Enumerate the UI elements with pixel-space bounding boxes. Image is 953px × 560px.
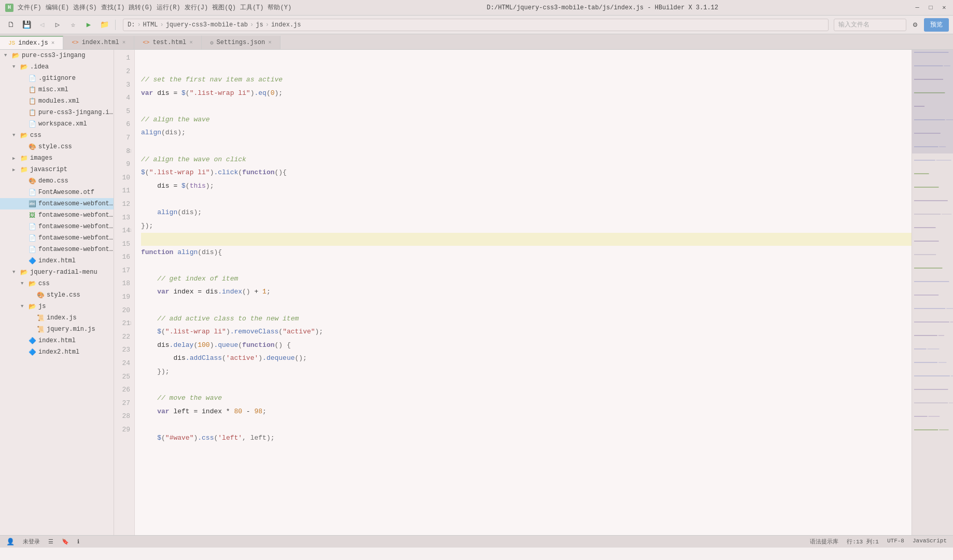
tree-item[interactable]: ▼📂pure-css3-jingang [0,50,114,61]
menu-help[interactable]: 帮助(Y) [268,3,291,12]
menu-select[interactable]: 选择(S) [73,3,97,12]
tree-item[interactable]: 🔷index.html [0,335,114,346]
file-name: pure-css3-jingang.iml [38,109,114,116]
tree-item[interactable]: 📄fontawesome-webfont.woff2 [0,244,114,255]
tree-item[interactable]: 📋pure-css3-jingang.iml [0,107,114,118]
line-number: 29 [114,424,130,437]
tree-item[interactable]: 🎨demo.css [0,175,114,187]
tree-item[interactable]: 🎨style.css [0,289,114,301]
menu-run[interactable]: 运行(R) [157,3,180,12]
punct-token: (); [295,353,307,364]
code-line: function align(dis){ [141,246,912,259]
tree-item[interactable]: 🔷index2.html [0,346,114,358]
menu-tools[interactable]: 工具(T) [240,3,264,12]
preview-button[interactable]: 预览 [924,18,949,32]
line-number: 25 [114,370,130,384]
punct-token: ( [186,181,190,192]
menu-edit[interactable]: 编辑(E) [46,3,69,12]
file-name: images [30,155,114,162]
menu-view[interactable]: 视图(Q) [212,3,236,12]
keyword-token: function [141,247,173,258]
tab-settings-json[interactable]: ⚙ Settings.json × [202,36,281,49]
tree-item[interactable]: ▼📂css [0,278,114,289]
menu-find[interactable]: 查找(I) [101,3,125,12]
file-name: fontawesome-webfont.woff [38,234,114,242]
tab-test-html[interactable]: <> test.html × [134,36,202,49]
method-token: .removeClass [230,327,279,338]
tree-item[interactable]: ▼📂js [0,301,114,312]
code-line: $(".list-wrap li").click(function(){ [141,166,912,180]
file-name: index2.html [38,348,114,356]
tree-item[interactable]: 📄fontawesome-webfont.woff [0,232,114,244]
tree-item[interactable]: ▶📁images [0,152,114,164]
title-text: D:/HTML/jquery-css3-mobile-tab/js/index.… [487,4,718,11]
fold-icon[interactable]: □ [114,320,131,327]
fold-icon[interactable]: □ [114,227,131,234]
tree-item[interactable]: ▶📁javascript [0,164,114,175]
tree-item[interactable]: 📄fontawesome-webfont.ttf [0,221,114,232]
code-editor[interactable]: 12345678□91011121314□15161718192021□2223… [114,50,912,535]
tab-close-index-js[interactable]: × [51,40,55,46]
tree-item[interactable]: 📜index.js [0,312,114,324]
language: JavaScript [913,538,947,545]
tree-item[interactable]: 📋misc.xml [0,84,114,95]
tree-item[interactable]: 📄workspace.xml [0,118,114,130]
tab-index-html[interactable]: <> index.html × [63,36,134,49]
plain-token: dis [141,353,186,364]
file-name: fontawesome-webfont.svg [38,212,114,219]
line-number: 15 [114,237,130,251]
menu-file[interactable]: 文件(F) [18,3,41,12]
close-button[interactable]: ✕ [941,4,948,11]
menu-publish[interactable]: 发行(J) [185,3,208,12]
tree-item[interactable]: 📋modules.xml [0,95,114,107]
code-line: // set the first nav item as active [141,74,912,87]
tree-item[interactable]: 🔤fontawesome-webfont.eot [0,198,114,209]
bookmark-button[interactable]: ☆ [66,18,80,32]
file-search-input[interactable]: 输入文件名 [834,19,906,31]
menu-goto[interactable]: 跳转(G) [129,3,152,12]
maximize-button[interactable]: □ [927,4,934,11]
line-number: 17 [114,264,130,278]
settings-json-icon: ⚙ [210,39,214,46]
forward-button[interactable]: ▷ [51,18,64,32]
tab-close-test-html[interactable]: × [189,40,193,46]
tree-arrow: ▼ [12,270,18,275]
new-file-button[interactable]: 🗋 [4,18,18,32]
keyword-token: function [242,167,274,178]
plain-token [141,274,157,285]
file-icon: 🎨 [28,177,36,185]
tree-item[interactable]: ▼📂jquery-radial-menu [0,267,114,278]
breadcrumb-file[interactable]: index.js [271,21,301,29]
tree-item[interactable]: 📜jquery.min.js [0,324,114,335]
tree-item[interactable]: 🖼fontawesome-webfont.svg [0,209,114,221]
tree-item[interactable]: 🎨style.css [0,141,114,152]
tab-index-js[interactable]: JS index.js × [0,36,63,49]
code-line [141,193,912,206]
login-status[interactable]: 未登录 [23,538,40,545]
save-button[interactable]: 💾 [20,18,33,32]
file-name: fontawesome-webfont.woff2 [38,246,114,253]
breadcrumb-project[interactable]: jquery-css3-mobile-tab [166,21,248,29]
filter-button[interactable]: ⚙ [908,18,922,32]
breadcrumb-js[interactable]: js [256,21,263,29]
tree-item[interactable]: ▼📂css [0,130,114,141]
tab-close-settings-json[interactable]: × [268,40,272,46]
number-token: 100 [198,340,209,351]
run-button[interactable]: ▶ [82,18,95,32]
file-icon: 📁 [20,155,28,162]
folder-button[interactable]: 📁 [97,18,111,32]
punct-token: ( [214,433,218,444]
code-content[interactable]: // set the first nav item as activevar d… [135,50,912,535]
tree-item[interactable]: 🔷index.html [0,255,114,267]
tab-close-index-html[interactable]: × [122,40,126,46]
minimize-button[interactable]: ─ [914,4,921,11]
tree-item[interactable]: 📄FontAwesome.otf [0,187,114,198]
back-button[interactable]: ◁ [35,18,49,32]
breadcrumb-d[interactable]: D: [128,21,135,29]
tree-item[interactable]: ▼📂.idea [0,61,114,73]
line-number: 18 [114,277,130,291]
line-number: 22 [114,330,130,344]
breadcrumb-html[interactable]: HTML [143,21,158,29]
tree-item[interactable]: 📄.gitignore [0,73,114,84]
fold-icon[interactable]: □ [114,148,131,155]
